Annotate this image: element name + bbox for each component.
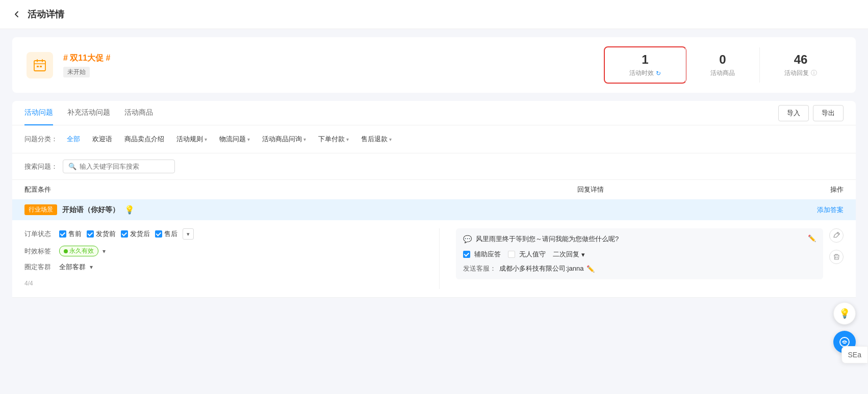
edit-answer-button[interactable] bbox=[829, 228, 844, 243]
filter-bar: 问题分类： 全部 欢迎语 商品卖点介绍 活动规则 ▾ 物流问题 ▾ 活动商品问询… bbox=[12, 125, 856, 153]
stat-shangpin-number: 0 bbox=[710, 52, 735, 67]
stat-shangpin: 0 活动商品 bbox=[685, 47, 759, 83]
filter-payment[interactable]: 下单付款 ▾ bbox=[315, 134, 352, 145]
edit-message-icon[interactable]: ✏️ bbox=[808, 234, 816, 242]
import-button[interactable]: 导入 bbox=[778, 105, 809, 121]
time-tag-dropdown[interactable]: ▾ bbox=[103, 248, 106, 255]
svg-rect-1 bbox=[37, 66, 39, 67]
export-button[interactable]: 导出 bbox=[813, 105, 844, 121]
tab-huodong-shangpin[interactable]: 活动商品 bbox=[124, 101, 153, 125]
checkbox-after-sale-box bbox=[155, 230, 162, 238]
chevron-down-icon: ▾ bbox=[346, 137, 349, 142]
main-content: 活动问题 补充活动问题 活动商品 导入 导出 问题分类： 全部 欢迎语 商品卖点… bbox=[12, 101, 856, 298]
order-status-row: 订单状态 售前 发货前 发货后 bbox=[24, 228, 429, 240]
bulb-float-button[interactable]: 💡 bbox=[833, 302, 856, 325]
checkbox-pre-sale-box bbox=[59, 230, 66, 238]
filter-logistics[interactable]: 物流问题 ▾ bbox=[216, 134, 253, 145]
stat-huifu-number: 46 bbox=[784, 52, 817, 67]
scene-name: 开始语（你好等） bbox=[62, 205, 119, 215]
chevron-down-icon: ▾ bbox=[303, 137, 306, 142]
customer-group-label: 圈定客群 bbox=[24, 262, 55, 272]
refresh-icon[interactable]: ↻ bbox=[656, 70, 661, 77]
activity-icon bbox=[27, 52, 53, 78]
checkbox-after-sale[interactable]: 售后 bbox=[155, 229, 177, 239]
reply-message-text: 风里雨里终于等到您～请问我能为您做些什么呢? bbox=[476, 234, 804, 244]
delete-answer-button[interactable] bbox=[829, 250, 844, 264]
stat-shixiao-label: 活动时效 ↻ bbox=[629, 69, 661, 77]
stat-huifu: 46 活动回复 ⓘ bbox=[759, 47, 841, 83]
chevron-down-icon: ▾ bbox=[205, 137, 207, 142]
assist-reply-checkbox[interactable]: 辅助应答 bbox=[463, 250, 501, 259]
search-row: 搜索问题： 🔍 bbox=[24, 160, 844, 173]
search-bar: 搜索问题： 🔍 bbox=[12, 153, 856, 180]
filter-after-sale[interactable]: 售后退款 ▾ bbox=[358, 134, 395, 145]
back-button[interactable] bbox=[12, 10, 21, 19]
tabs-bar: 活动问题 补充活动问题 活动商品 导入 导出 bbox=[12, 101, 856, 125]
order-status-checkboxes: 售前 发货前 发货后 售后 bbox=[59, 228, 194, 240]
search-input-wrap[interactable]: 🔍 bbox=[63, 160, 175, 173]
time-tag-label: 时效标签 bbox=[24, 247, 55, 256]
reply-content-box: 💬 风里雨里终于等到您～请问我能为您做些什么呢? ✏️ 辅助应答 无 bbox=[456, 228, 823, 279]
floating-buttons: 💡 bbox=[833, 302, 856, 353]
filter-welcome[interactable]: 欢迎语 bbox=[89, 134, 115, 145]
second-reply-chevron-icon: ▾ bbox=[581, 251, 585, 258]
filter-label: 问题分类： bbox=[24, 135, 58, 144]
tab-huodong-wenti[interactable]: 活动问题 bbox=[24, 101, 53, 125]
no-watch-unchecked bbox=[508, 251, 515, 258]
scene-row: 行业场景 开始语（你好等） 💡 添加答案 bbox=[12, 199, 856, 220]
checkbox-pre-ship[interactable]: 发货前 bbox=[87, 229, 116, 239]
sea-button[interactable]: SEa bbox=[841, 346, 868, 363]
checkbox-post-ship[interactable]: 发货后 bbox=[121, 229, 150, 239]
tab-buchong-wenti[interactable]: 补充活动问题 bbox=[67, 101, 110, 125]
customer-group-value: 全部客群 bbox=[59, 262, 86, 272]
filter-product-intro[interactable]: 商品卖点介绍 bbox=[121, 134, 167, 145]
stat-huifu-label: 活动回复 ⓘ bbox=[784, 69, 817, 77]
reply-content: 💬 风里雨里终于等到您～请问我能为您做些什么呢? ✏️ 辅助应答 无 bbox=[439, 228, 823, 289]
chevron-down-icon: ▾ bbox=[247, 137, 250, 142]
page-wrapper: 活动详情 # 双11大促 # 未开始 1 活动时效 ↻ bbox=[0, 0, 868, 394]
checkbox-pre-sale[interactable]: 售前 bbox=[59, 229, 82, 239]
customer-group-dropdown[interactable]: ▾ bbox=[90, 264, 93, 271]
checkbox-post-ship-box bbox=[121, 230, 128, 238]
svg-point-3 bbox=[840, 337, 849, 347]
second-reply-dropdown[interactable]: 二次回复 ▾ bbox=[553, 250, 585, 259]
reply-area: 💬 风里雨里终于等到您～请问我能为您做些什么呢? ✏️ 辅助应答 无 bbox=[429, 228, 844, 289]
activity-info-card: # 双11大促 # 未开始 1 活动时效 ↻ 0 活动商品 46 bbox=[12, 37, 856, 93]
stat-shangpin-label: 活动商品 bbox=[710, 69, 735, 77]
stat-shixiao-number: 1 bbox=[629, 52, 661, 67]
stat-shixiao: 1 活动时效 ↻ bbox=[604, 46, 686, 84]
bubble-icon: 💬 bbox=[463, 235, 472, 243]
search-icon: 🔍 bbox=[68, 163, 76, 170]
edit-service-icon[interactable]: ✏️ bbox=[586, 265, 595, 273]
green-dot bbox=[64, 249, 68, 253]
activity-status: 未开始 bbox=[63, 67, 90, 77]
assist-reply-checked bbox=[463, 251, 470, 258]
send-service-name: 成都小多科技有限公司:janna bbox=[499, 264, 583, 273]
scene-badge: 行业场景 bbox=[24, 204, 57, 215]
search-input[interactable] bbox=[80, 163, 169, 170]
customer-group-row: 圈定客群 全部客群 ▾ bbox=[24, 262, 429, 272]
col-action-header: 操作 bbox=[803, 185, 844, 194]
expand-order-status-button[interactable]: ▾ bbox=[183, 228, 194, 240]
add-answer-button[interactable]: 添加答案 bbox=[817, 205, 844, 215]
info-icon: ⓘ bbox=[811, 69, 817, 77]
col-config-header: 配置条件 bbox=[24, 185, 250, 194]
no-watch-checkbox[interactable]: 无人值守 bbox=[508, 250, 546, 259]
send-service-row: 发送客服： 成都小多科技有限公司:janna ✏️ bbox=[463, 264, 816, 273]
svg-rect-0 bbox=[34, 61, 45, 71]
count-text: 4/4 bbox=[24, 278, 429, 289]
filter-all[interactable]: 全部 bbox=[64, 134, 83, 145]
search-label: 搜索问题： bbox=[24, 162, 58, 171]
time-tag-value: 永久有效 bbox=[59, 246, 98, 256]
tabs-actions: 导入 导出 bbox=[778, 105, 844, 121]
page-title: 活动详情 bbox=[28, 8, 64, 20]
bulb-icon[interactable]: 💡 bbox=[124, 205, 135, 215]
reply-message-row: 💬 风里雨里终于等到您～请问我能为您做些什么呢? ✏️ bbox=[463, 234, 816, 244]
config-content: 订单状态 售前 发货前 发货后 bbox=[12, 220, 856, 298]
filter-product-inquiry[interactable]: 活动商品问询 ▾ bbox=[259, 134, 309, 145]
filter-activity-rules[interactable]: 活动规则 ▾ bbox=[173, 134, 210, 145]
chevron-down-icon: ▾ bbox=[389, 137, 392, 142]
stats-area: 1 活动时效 ↻ 0 活动商品 46 活动回复 ⓘ bbox=[605, 47, 841, 83]
time-tag-row: 时效标签 永久有效 ▾ bbox=[24, 246, 429, 256]
action-icons bbox=[823, 228, 844, 289]
